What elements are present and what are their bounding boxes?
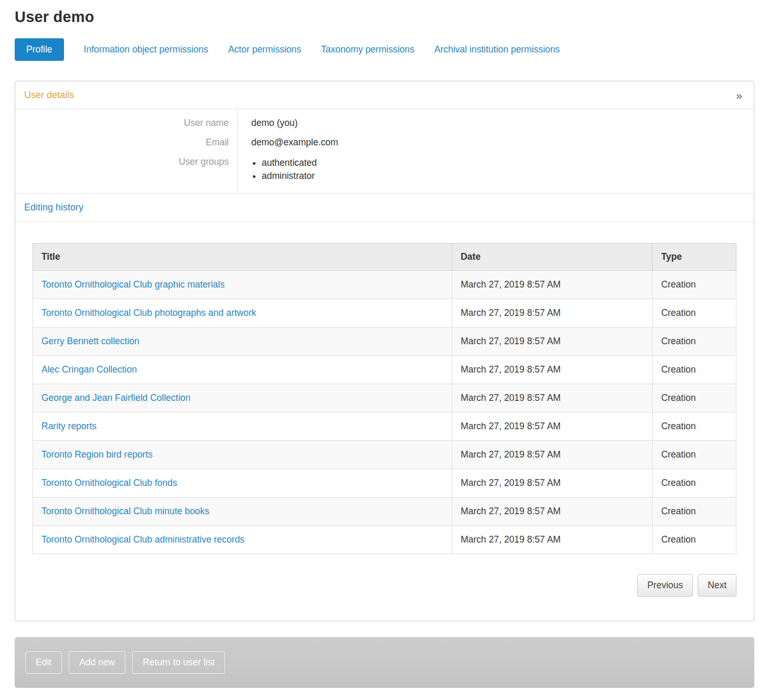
add-new-button[interactable]: Add new (69, 651, 125, 674)
user-profile-page: User demo Profile Information object per… (0, 0, 769, 696)
pagination: Previous Next (33, 574, 736, 597)
user-details-panel: User details » User name demo (you) Emai… (15, 81, 754, 621)
table-row: Toronto Ornithological Club photographs … (33, 299, 736, 327)
history-title-link[interactable]: Gerry Bennett collection (41, 336, 140, 346)
history-title-link[interactable]: Alec Cringan Collection (41, 364, 137, 375)
history-date: March 27, 2019 8:57 AM (452, 526, 653, 554)
tab-bar: Profile Information object permissions A… (15, 38, 754, 61)
history-date: March 27, 2019 8:57 AM (452, 469, 653, 497)
history-date: March 27, 2019 8:57 AM (452, 384, 653, 412)
previous-button[interactable]: Previous (637, 574, 693, 597)
user-name-label: User name (15, 109, 238, 131)
return-to-user-list-button[interactable]: Return to user list (132, 651, 225, 674)
table-row: Toronto Ornithological Club minute books… (33, 497, 736, 526)
edit-button[interactable]: Edit (25, 651, 62, 674)
history-type: Creation (653, 271, 736, 299)
user-details-heading: User details (24, 90, 74, 101)
history-title-link[interactable]: Toronto Region bird reports (41, 449, 153, 460)
history-type: Creation (653, 327, 736, 356)
column-header-title: Title (33, 243, 452, 271)
table-row: Toronto Ornithological Club administrati… (33, 526, 736, 554)
history-date: March 27, 2019 8:57 AM (452, 299, 653, 327)
history-date: March 27, 2019 8:57 AM (452, 497, 653, 526)
history-type: Creation (653, 412, 736, 441)
history-title-link[interactable]: Rarity reports (41, 421, 97, 431)
tab-archival-institution-permissions[interactable]: Archival institution permissions (434, 44, 560, 55)
history-date: March 27, 2019 8:57 AM (452, 412, 653, 441)
table-header-row: Title Date Type (33, 243, 736, 271)
table-row: Toronto Region bird reports March 27, 20… (33, 441, 736, 469)
editing-history-table: Title Date Type Toronto Ornithological C… (33, 243, 736, 554)
user-groups-list: authenticated administrator (262, 156, 754, 183)
history-type: Creation (653, 356, 736, 384)
actions-bar: Edit Add new Return to user list (15, 637, 754, 688)
history-title-link[interactable]: Toronto Ornithological Club photographs … (41, 307, 257, 318)
history-date: March 27, 2019 8:57 AM (452, 356, 653, 384)
table-row: Toronto Ornithological Club graphic mate… (33, 271, 736, 299)
user-groups-value: authenticated administrator (238, 151, 754, 193)
tab-profile[interactable]: Profile (15, 38, 64, 61)
user-details-header: User details » (15, 81, 754, 109)
chevron-double-right-icon[interactable]: » (734, 90, 744, 101)
history-title-link[interactable]: Toronto Ornithological Club fonds (41, 478, 177, 488)
editing-history-section-header: Editing history (15, 194, 754, 222)
column-header-date: Date (452, 243, 653, 271)
user-name-value: demo (you) (238, 109, 754, 131)
column-header-type: Type (653, 243, 736, 271)
history-type: Creation (653, 384, 736, 412)
table-row: Alec Cringan Collection March 27, 2019 8… (33, 356, 736, 384)
editing-history-link[interactable]: Editing history (24, 202, 83, 213)
history-title-link[interactable]: George and Jean Fairfield Collection (41, 393, 190, 403)
history-title-link[interactable]: Toronto Ornithological Club graphic mate… (41, 279, 225, 290)
editing-history-body: Title Date Type Toronto Ornithological C… (15, 222, 754, 621)
history-type: Creation (653, 441, 736, 469)
user-group-item: administrator (262, 169, 754, 183)
history-date: March 27, 2019 8:57 AM (452, 271, 653, 299)
user-group-item: authenticated (262, 156, 754, 169)
history-type: Creation (653, 497, 736, 526)
table-row: Rarity reports March 27, 2019 8:57 AM Cr… (33, 412, 736, 441)
table-row: Gerry Bennett collection March 27, 2019 … (33, 327, 736, 356)
table-row: George and Jean Fairfield Collection Mar… (33, 384, 736, 412)
user-groups-label: User groups (15, 151, 238, 193)
history-type: Creation (653, 526, 736, 554)
history-date: March 27, 2019 8:57 AM (452, 441, 653, 469)
page-title: User demo (15, 8, 754, 26)
history-type: Creation (653, 469, 736, 497)
email-label: Email (15, 131, 238, 151)
tab-taxonomy-permissions[interactable]: Taxonomy permissions (321, 44, 414, 55)
table-row: Toronto Ornithological Club fonds March … (33, 469, 736, 497)
tab-information-object-permissions[interactable]: Information object permissions (84, 44, 208, 55)
history-title-link[interactable]: Toronto Ornithological Club administrati… (41, 534, 244, 545)
history-date: March 27, 2019 8:57 AM (452, 327, 653, 356)
next-button[interactable]: Next (698, 574, 736, 597)
history-title-link[interactable]: Toronto Ornithological Club minute books (41, 506, 209, 516)
email-value: demo@example.com (238, 131, 754, 151)
user-details-fields: User name demo (you) Email demo@example.… (15, 109, 754, 194)
history-type: Creation (653, 299, 736, 327)
tab-actor-permissions[interactable]: Actor permissions (228, 44, 301, 55)
